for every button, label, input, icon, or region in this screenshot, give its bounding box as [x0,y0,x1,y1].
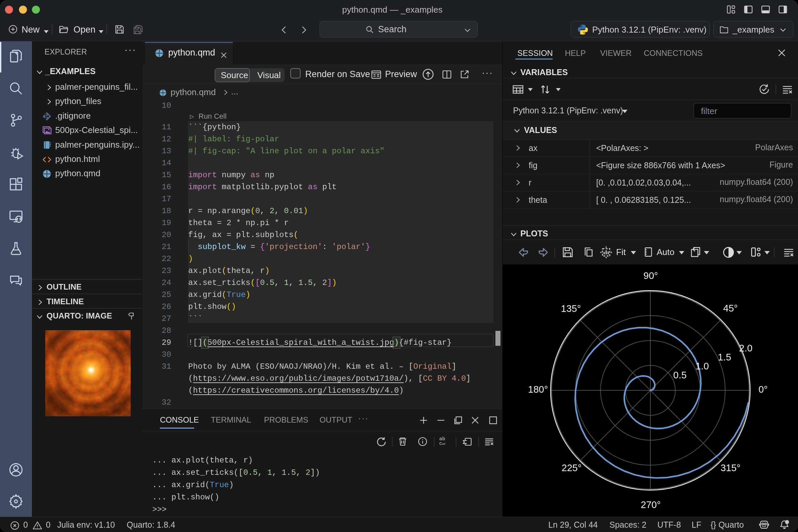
svg-text:0.5: 0.5 [673,370,687,380]
svg-text:45°: 45° [723,303,738,314]
svg-text:180°: 180° [528,384,548,395]
svg-text:225°: 225° [562,462,582,473]
svg-text:90°: 90° [643,270,658,281]
svg-text:1.0: 1.0 [696,361,709,372]
svg-text:0°: 0° [758,384,768,395]
svg-text:135°: 135° [561,303,581,314]
svg-text:270°: 270° [641,499,661,510]
svg-text:1.5: 1.5 [718,352,731,362]
svg-text:2.0: 2.0 [739,343,753,354]
svg-text:315°: 315° [721,462,740,473]
